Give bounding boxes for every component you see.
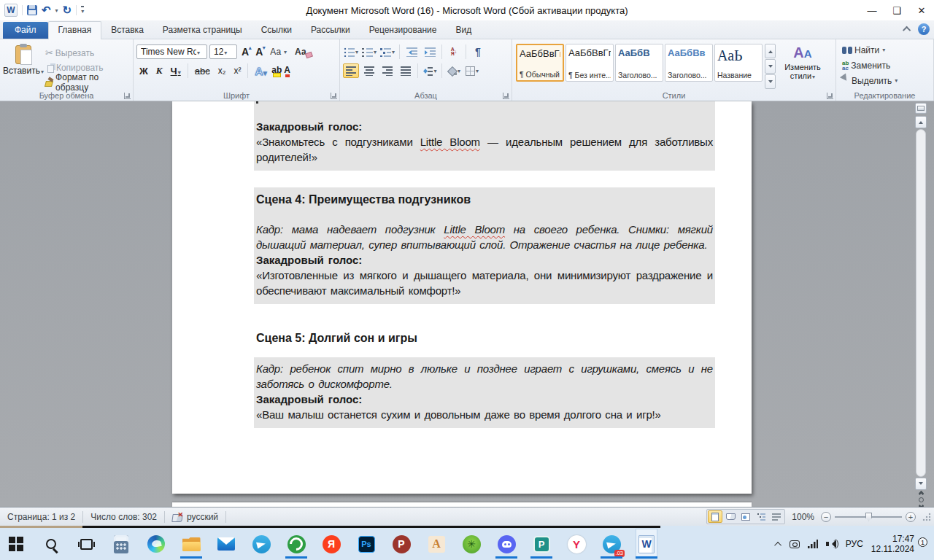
task-view-button[interactable] [76,529,96,559]
help-icon[interactable]: ? [918,23,930,35]
font-size-combo[interactable]: 12 [209,44,237,59]
font-dialog-launcher-icon[interactable] [331,93,337,99]
taskbar-green-app[interactable] [286,529,306,559]
sort-button[interactable]: АЯ↓ [446,44,462,59]
borders-button[interactable] [464,63,480,78]
change-case-button[interactable]: Аа [267,45,290,58]
tab-view[interactable]: Вид [446,22,481,39]
paragraph-scene5[interactable]: Кадр: ребенок спит мирно в люльке и позд… [254,357,715,428]
highlight-color-button[interactable]: ab [271,65,282,77]
clipboard-dialog-launcher-icon[interactable] [124,93,131,99]
ruler-toggle-icon[interactable] [915,103,927,114]
zoom-out-icon[interactable]: − [821,512,831,522]
tab-home[interactable]: Главная [48,21,102,39]
text-effects-button[interactable]: А [252,64,269,78]
taskbar-pinterest[interactable]: P [391,529,412,559]
draft-view-icon[interactable] [769,510,784,523]
taskbar-mail[interactable] [216,529,236,559]
styles-scroll-up-icon[interactable] [765,44,776,58]
display-cast-icon[interactable] [790,540,800,548]
zoom-in-icon[interactable]: + [906,512,916,522]
font-family-combo[interactable]: Times New Ro [136,44,207,59]
show-formatting-button[interactable]: ¶ [470,44,486,59]
taskbar-edge[interactable] [146,529,166,559]
justify-button[interactable] [398,63,414,78]
style-title[interactable]: АаЬ Название [714,44,763,82]
tab-mailings[interactable]: Рассылки [301,22,360,39]
outline-view-icon[interactable] [754,510,768,523]
taskbar-calculator[interactable] [111,529,131,559]
taskbar-yandex[interactable]: Я [321,529,341,559]
volume-icon[interactable] [826,540,838,548]
shrink-font-button[interactable]: А▼ [253,46,265,58]
bullets-button[interactable] [343,44,359,59]
page-indicator[interactable]: Страница: 1 из 2 [0,511,83,523]
taskbar-discord[interactable] [496,529,517,559]
maximize-button[interactable]: ❑ [884,1,909,20]
replace-button[interactable]: abacЗаменить [839,59,893,72]
tab-file[interactable]: Файл [3,22,48,39]
find-button[interactable]: Найти [839,44,888,57]
cut-button[interactable]: ✂Вырезать [44,47,130,59]
increase-indent-button[interactable] [422,44,438,59]
bold-button[interactable]: Ж [136,65,151,77]
shading-button[interactable] [446,63,462,78]
strikethrough-button[interactable]: abc [192,65,213,77]
underline-button[interactable]: Ч [168,65,184,77]
paste-button[interactable]: Вставить [3,42,44,89]
tab-review[interactable]: Рецензирование [360,22,447,39]
paragraph-dialog-launcher-icon[interactable] [503,93,509,99]
paragraph-scene4[interactable]: Сцена 4: Преимущества подгузников Кадр: … [254,187,715,304]
styles-scroll-down-icon[interactable] [765,59,776,74]
grow-font-button[interactable]: А▲ [239,46,251,58]
taskbar-drweb[interactable] [461,529,482,559]
select-button[interactable]: Выделить [839,74,900,88]
zoom-slider[interactable] [835,512,902,522]
line-spacing-button[interactable] [422,63,438,78]
save-icon[interactable] [27,5,37,15]
next-page-icon[interactable] [919,505,923,507]
print-layout-view-icon[interactable] [708,510,722,523]
hidden-icons-chevron-icon[interactable] [774,541,781,548]
taskbar-telegram-unread[interactable]: .03 [601,529,622,559]
styles-dialog-launcher-icon[interactable] [827,93,833,99]
customize-qat-icon[interactable]: ▾ [81,6,84,15]
align-right-button[interactable] [379,63,395,78]
document-page-1[interactable]: Закадровый голос: «Знакомьтесь с подгузн… [172,101,752,494]
scroll-down-icon[interactable] [915,478,927,490]
resize-grip-icon[interactable] [922,513,931,521]
reading-view-icon[interactable] [723,510,738,523]
taskbar-photoshop[interactable]: Ps [356,529,377,559]
previous-page-icon[interactable] [919,493,923,494]
numbering-button[interactable] [361,44,377,59]
change-styles-button[interactable]: АА Изменить стили [777,42,828,89]
italic-button[interactable]: К [153,64,166,77]
undo-icon[interactable]: ↶ [42,5,51,15]
zoom-level[interactable]: 100% [792,512,814,522]
language-indicator[interactable]: русский [165,511,226,523]
close-button[interactable]: ✕ [909,1,934,20]
tab-references[interactable]: Ссылки [252,22,301,39]
multilevel-list-button[interactable] [379,44,395,59]
scroll-up-icon[interactable] [915,116,927,128]
scrollbar-track[interactable] [916,129,926,477]
collapse-ribbon-icon[interactable] [903,26,911,34]
start-button[interactable] [6,529,26,559]
decrease-indent-button[interactable] [404,44,420,59]
minimize-button[interactable]: — [860,1,884,20]
tab-insert[interactable]: Вставка [101,22,153,39]
web-layout-view-icon[interactable] [738,510,753,523]
tab-page-layout[interactable]: Разметка страницы [153,22,252,39]
undo-dropdown-icon[interactable]: ▾ [55,7,58,14]
zoom-slider-thumb[interactable] [865,513,872,521]
taskbar-file-explorer[interactable] [181,529,201,559]
style-heading2[interactable]: АаБбВв Заголово... [665,44,713,82]
style-no-spacing[interactable]: АаБбВвГг, ¶ Без инте... [566,44,614,82]
font-color-button[interactable]: А [284,65,290,77]
taskbar-letter-a-app[interactable]: А [426,529,447,559]
align-center-button[interactable] [361,63,377,78]
clock[interactable]: 17:47 12.11.2024 [871,534,914,554]
subscript-button[interactable]: x₂ [215,65,229,77]
taskbar-spiral-p-app[interactable]: P [531,529,552,559]
paragraph-scene3-voiceover[interactable]: Закадровый голос: «Знакомьтесь с подгузн… [254,101,715,171]
